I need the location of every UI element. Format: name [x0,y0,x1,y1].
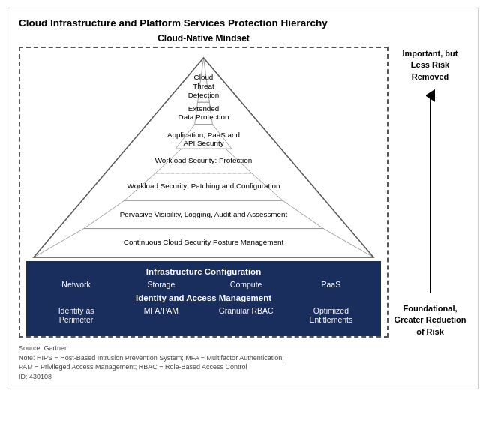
bottom-label: Foundational,Greater Reductionof Risk [394,303,466,338]
iam-granular-rbac: Granular RBAC [204,306,289,315]
iam-mfa-pam: MFA/PAM [118,306,203,315]
infra-base: Infrastructure Configuration Network Sto… [26,261,381,336]
infra-storage: Storage [118,280,203,289]
iam-optimized-entitlements: OptimizedEntitlements [289,306,374,324]
iam-title: Identity and Access Management [34,293,374,302]
right-panel: Important, butLess RiskRemoved Foundatio… [388,33,467,338]
diagram-area: Cloud-Native Mindset Continuous Cloud Se… [19,33,388,338]
arrow-svg [426,89,435,297]
infra-config-title: Infrastructure Configuration [34,267,374,276]
footer: Source: Gartner Note: HIPS = Host-Based … [19,344,467,381]
infra-config-row: Network Storage Compute PaaS [34,280,374,289]
arrow-area [393,89,467,297]
svg-text:Threat: Threat [193,82,214,90]
iam-identity-perimeter: Identity asPerimeter [34,306,118,324]
svg-text:Workload Security: Patching an: Workload Security: Patching and Configur… [128,182,280,190]
top-label: Important, butLess RiskRemoved [403,48,458,83]
svg-text:Extended: Extended [188,104,220,113]
iam-row: Identity asPerimeter MFA/PAM Granular RB… [34,306,374,324]
svg-text:Cloud: Cloud [194,73,214,81]
infra-network: Network [34,280,118,289]
svg-text:API Security: API Security [183,139,224,147]
dashed-box: Continuous Cloud Security Posture Manage… [19,47,388,338]
pyramid-container: Continuous Cloud Security Posture Manage… [26,54,381,261]
pyramid-svg: Continuous Cloud Security Posture Manage… [26,54,381,261]
arrow-svg-container [426,89,435,297]
svg-text:Data Protection: Data Protection [178,113,230,121]
footer-note1: Note: HIPS = Host-Based Intrusion Preven… [19,353,467,363]
infra-compute: Compute [204,280,289,289]
main-container: Cloud Infrastructure and Platform Servic… [8,8,478,389]
infra-paas: PaaS [289,280,374,289]
svg-text:Application, PaaS and: Application, PaaS and [167,131,240,139]
svg-text:Continuous Cloud Security Post: Continuous Cloud Security Posture Manage… [124,238,284,246]
page-title: Cloud Infrastructure and Platform Servic… [19,17,467,29]
footer-source: Source: Gartner [19,344,467,353]
svg-text:Workload Security: Protection: Workload Security: Protection [155,156,252,164]
footer-note2: PAM = Privileged Access Management; RBAC… [19,362,467,372]
footer-id: ID: 430108 [19,372,467,382]
svg-text:Pervasive Visibility, Logging,: Pervasive Visibility, Logging, Audit and… [120,210,288,218]
cloud-native-label: Cloud-Native Mindset [158,33,250,44]
svg-text:Detection: Detection [188,91,220,99]
content-area: Cloud-Native Mindset Continuous Cloud Se… [19,33,467,338]
